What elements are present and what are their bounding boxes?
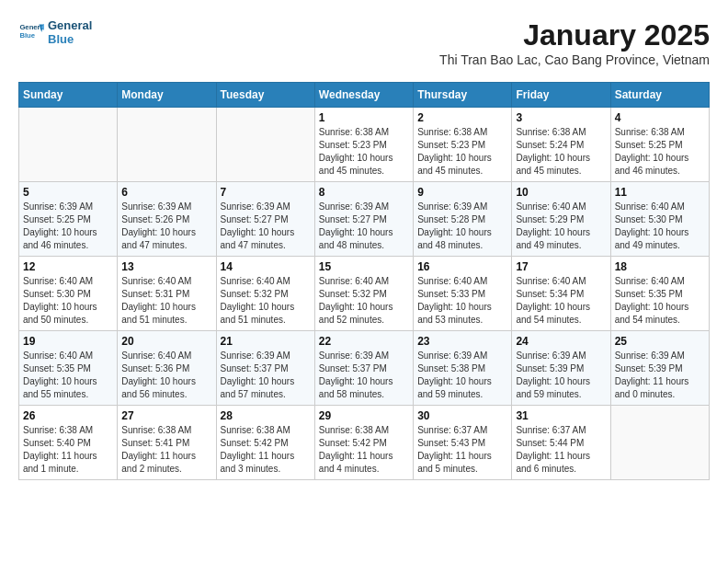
calendar-cell <box>216 108 314 182</box>
calendar-cell: 24Sunrise: 6:39 AM Sunset: 5:39 PM Dayli… <box>512 331 610 406</box>
day-number: 8 <box>319 186 409 199</box>
svg-text:Blue: Blue <box>19 31 35 40</box>
calendar-cell: 21Sunrise: 6:39 AM Sunset: 5:37 PM Dayli… <box>216 331 314 406</box>
day-info: Sunrise: 6:39 AM Sunset: 5:38 PM Dayligh… <box>417 350 507 401</box>
calendar-cell: 17Sunrise: 6:40 AM Sunset: 5:34 PM Dayli… <box>512 257 610 331</box>
day-number: 19 <box>23 335 113 348</box>
logo-icon: General Blue <box>18 19 44 45</box>
day-number: 18 <box>615 260 705 273</box>
calendar-cell: 14Sunrise: 6:40 AM Sunset: 5:32 PM Dayli… <box>216 257 314 331</box>
calendar-cell: 15Sunrise: 6:40 AM Sunset: 5:32 PM Dayli… <box>314 257 413 331</box>
day-info: Sunrise: 6:40 AM Sunset: 5:34 PM Dayligh… <box>516 275 606 327</box>
day-number: 1 <box>319 111 409 124</box>
day-info: Sunrise: 6:38 AM Sunset: 5:23 PM Dayligh… <box>417 126 507 178</box>
day-info: Sunrise: 6:40 AM Sunset: 5:31 PM Dayligh… <box>121 275 211 327</box>
day-info: Sunrise: 6:39 AM Sunset: 5:37 PM Dayligh… <box>319 350 409 401</box>
page-title: January 2025 <box>439 18 710 52</box>
day-number: 12 <box>23 260 113 273</box>
weekday-header-saturday: Saturday <box>610 83 709 108</box>
logo-blue: Blue <box>48 32 92 46</box>
weekday-header-sunday: Sunday <box>19 83 118 108</box>
day-info: Sunrise: 6:38 AM Sunset: 5:42 PM Dayligh… <box>319 424 409 476</box>
logo: General Blue General Blue <box>18 18 92 46</box>
day-info: Sunrise: 6:38 AM Sunset: 5:24 PM Dayligh… <box>516 126 606 178</box>
day-number: 6 <box>121 186 211 199</box>
day-info: Sunrise: 6:37 AM Sunset: 5:44 PM Dayligh… <box>516 424 606 476</box>
day-info: Sunrise: 6:40 AM Sunset: 5:32 PM Dayligh… <box>319 275 409 327</box>
weekday-header-thursday: Thursday <box>414 83 512 108</box>
day-number: 14 <box>221 260 311 273</box>
calendar-cell: 27Sunrise: 6:38 AM Sunset: 5:41 PM Dayli… <box>118 406 216 480</box>
calendar-cell: 28Sunrise: 6:38 AM Sunset: 5:42 PM Dayli… <box>216 406 314 480</box>
day-info: Sunrise: 6:40 AM Sunset: 5:33 PM Dayligh… <box>417 275 507 327</box>
day-number: 15 <box>319 260 409 273</box>
calendar-cell: 10Sunrise: 6:40 AM Sunset: 5:29 PM Dayli… <box>512 182 610 257</box>
day-number: 30 <box>417 409 507 422</box>
weekday-header-wednesday: Wednesday <box>314 83 413 108</box>
calendar-cell: 30Sunrise: 6:37 AM Sunset: 5:43 PM Dayli… <box>414 406 512 480</box>
day-info: Sunrise: 6:37 AM Sunset: 5:43 PM Dayligh… <box>417 424 507 476</box>
day-number: 24 <box>516 335 606 348</box>
day-number: 17 <box>516 260 606 273</box>
calendar-cell: 25Sunrise: 6:39 AM Sunset: 5:39 PM Dayli… <box>610 331 709 406</box>
day-number: 9 <box>417 186 507 199</box>
day-info: Sunrise: 6:40 AM Sunset: 5:32 PM Dayligh… <box>221 275 311 327</box>
logo-general: General <box>48 18 92 32</box>
calendar-cell <box>610 406 709 480</box>
day-info: Sunrise: 6:38 AM Sunset: 5:23 PM Dayligh… <box>319 126 409 178</box>
calendar-cell: 9Sunrise: 6:39 AM Sunset: 5:28 PM Daylig… <box>414 182 512 257</box>
calendar-cell: 5Sunrise: 6:39 AM Sunset: 5:25 PM Daylig… <box>19 182 118 257</box>
calendar-cell: 4Sunrise: 6:38 AM Sunset: 5:25 PM Daylig… <box>610 108 709 182</box>
calendar-cell: 8Sunrise: 6:39 AM Sunset: 5:27 PM Daylig… <box>314 182 413 257</box>
weekday-header-friday: Friday <box>512 83 610 108</box>
calendar-cell: 23Sunrise: 6:39 AM Sunset: 5:38 PM Dayli… <box>414 331 512 406</box>
day-info: Sunrise: 6:39 AM Sunset: 5:39 PM Dayligh… <box>516 350 606 401</box>
day-info: Sunrise: 6:39 AM Sunset: 5:25 PM Dayligh… <box>23 201 113 252</box>
calendar-cell: 22Sunrise: 6:39 AM Sunset: 5:37 PM Dayli… <box>314 331 413 406</box>
weekday-header-tuesday: Tuesday <box>216 83 314 108</box>
day-info: Sunrise: 6:38 AM Sunset: 5:25 PM Dayligh… <box>615 126 705 178</box>
day-number: 20 <box>121 335 211 348</box>
day-info: Sunrise: 6:40 AM Sunset: 5:35 PM Dayligh… <box>615 275 705 327</box>
day-number: 16 <box>417 260 507 273</box>
day-info: Sunrise: 6:40 AM Sunset: 5:35 PM Dayligh… <box>23 350 113 401</box>
calendar-cell: 19Sunrise: 6:40 AM Sunset: 5:35 PM Dayli… <box>19 331 118 406</box>
day-number: 28 <box>221 409 311 422</box>
location-subtitle: Thi Tran Bao Lac, Cao Bang Province, Vie… <box>439 52 710 67</box>
calendar-cell: 20Sunrise: 6:40 AM Sunset: 5:36 PM Dayli… <box>118 331 216 406</box>
day-number: 29 <box>319 409 409 422</box>
day-number: 23 <box>417 335 507 348</box>
day-number: 31 <box>516 409 606 422</box>
calendar-cell: 12Sunrise: 6:40 AM Sunset: 5:30 PM Dayli… <box>19 257 118 331</box>
day-info: Sunrise: 6:39 AM Sunset: 5:27 PM Dayligh… <box>319 201 409 252</box>
day-number: 2 <box>417 111 507 124</box>
day-info: Sunrise: 6:39 AM Sunset: 5:26 PM Dayligh… <box>121 201 211 252</box>
day-number: 7 <box>221 186 311 199</box>
calendar-cell <box>118 108 216 182</box>
day-number: 25 <box>615 335 705 348</box>
weekday-header-monday: Monday <box>118 83 216 108</box>
calendar-cell: 16Sunrise: 6:40 AM Sunset: 5:33 PM Dayli… <box>414 257 512 331</box>
day-number: 3 <box>516 111 606 124</box>
day-info: Sunrise: 6:40 AM Sunset: 5:29 PM Dayligh… <box>516 201 606 252</box>
calendar-cell: 1Sunrise: 6:38 AM Sunset: 5:23 PM Daylig… <box>314 108 413 182</box>
day-info: Sunrise: 6:38 AM Sunset: 5:40 PM Dayligh… <box>23 424 113 476</box>
day-info: Sunrise: 6:40 AM Sunset: 5:30 PM Dayligh… <box>615 201 705 252</box>
day-number: 11 <box>615 186 705 199</box>
calendar-cell: 31Sunrise: 6:37 AM Sunset: 5:44 PM Dayli… <box>512 406 610 480</box>
day-info: Sunrise: 6:39 AM Sunset: 5:37 PM Dayligh… <box>221 350 311 401</box>
day-info: Sunrise: 6:40 AM Sunset: 5:36 PM Dayligh… <box>121 350 211 401</box>
calendar-cell: 6Sunrise: 6:39 AM Sunset: 5:26 PM Daylig… <box>118 182 216 257</box>
day-info: Sunrise: 6:39 AM Sunset: 5:27 PM Dayligh… <box>221 201 311 252</box>
day-info: Sunrise: 6:39 AM Sunset: 5:28 PM Dayligh… <box>417 201 507 252</box>
day-number: 10 <box>516 186 606 199</box>
day-info: Sunrise: 6:38 AM Sunset: 5:41 PM Dayligh… <box>121 424 211 476</box>
day-number: 4 <box>615 111 705 124</box>
day-info: Sunrise: 6:39 AM Sunset: 5:39 PM Dayligh… <box>615 350 705 401</box>
day-number: 26 <box>23 409 113 422</box>
calendar-cell: 26Sunrise: 6:38 AM Sunset: 5:40 PM Dayli… <box>19 406 118 480</box>
day-info: Sunrise: 6:38 AM Sunset: 5:42 PM Dayligh… <box>221 424 311 476</box>
calendar-cell: 2Sunrise: 6:38 AM Sunset: 5:23 PM Daylig… <box>414 108 512 182</box>
calendar-cell: 11Sunrise: 6:40 AM Sunset: 5:30 PM Dayli… <box>610 182 709 257</box>
day-number: 22 <box>319 335 409 348</box>
